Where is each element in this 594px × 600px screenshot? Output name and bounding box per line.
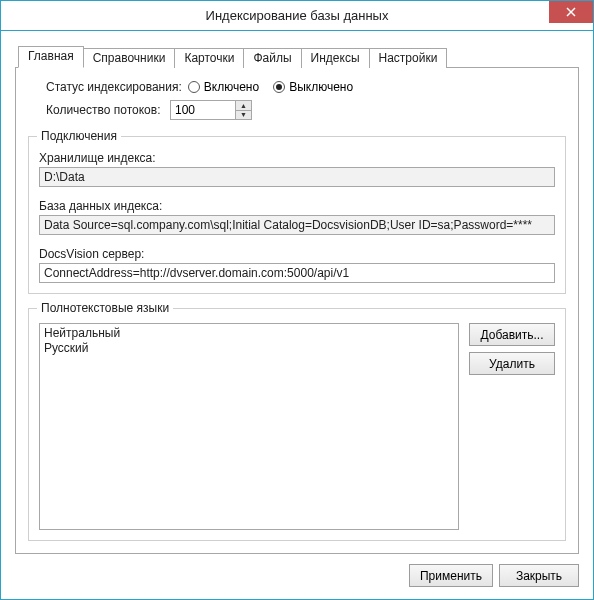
storage-input[interactable]	[39, 167, 555, 187]
storage-label: Хранилище индекса:	[39, 151, 555, 165]
radio-icon	[273, 81, 285, 93]
radio-enabled[interactable]: Включено	[188, 80, 259, 94]
list-item[interactable]: Нейтральный	[44, 326, 454, 341]
server-label: DocsVision сервер:	[39, 247, 555, 261]
tab-settings[interactable]: Настройки	[369, 48, 448, 68]
group-connections: Подключения Хранилище индекса: База данн…	[28, 136, 566, 294]
languages-listbox[interactable]: Нейтральный Русский	[39, 323, 459, 530]
radio-enabled-label: Включено	[204, 80, 259, 94]
titlebar: Индексирование базы данных	[1, 1, 593, 31]
server-input[interactable]	[39, 263, 555, 283]
spinner-buttons: ▲ ▼	[235, 101, 251, 119]
spinner-down[interactable]: ▼	[236, 111, 251, 120]
threads-spinner[interactable]: ▲ ▼	[170, 100, 252, 120]
tabstrip: Главная Справочники Карточки Файлы Индек…	[15, 45, 579, 67]
status-label: Статус индексирования:	[46, 80, 182, 94]
remove-language-button[interactable]: Удалить	[469, 352, 555, 375]
group-connections-legend: Подключения	[37, 129, 121, 143]
tab-panel-main: Статус индексирования: Включено Выключен…	[15, 67, 579, 554]
status-radio-group: Включено Выключено	[188, 80, 353, 94]
tab-references[interactable]: Справочники	[83, 48, 176, 68]
list-item[interactable]: Русский	[44, 341, 454, 356]
client-area: Главная Справочники Карточки Файлы Индек…	[1, 31, 593, 599]
window-title: Индексирование базы данных	[1, 8, 593, 23]
tab-cards[interactable]: Карточки	[174, 48, 244, 68]
tab-files[interactable]: Файлы	[243, 48, 301, 68]
dialog-window: Индексирование базы данных Главная Справ…	[0, 0, 594, 600]
radio-disabled[interactable]: Выключено	[273, 80, 353, 94]
db-label: База данных индекса:	[39, 199, 555, 213]
radio-icon	[188, 81, 200, 93]
tab-indexes[interactable]: Индексы	[301, 48, 370, 68]
close-icon	[566, 7, 576, 17]
threads-label: Количество потоков:	[46, 103, 164, 117]
tab-main[interactable]: Главная	[18, 46, 84, 68]
spinner-up[interactable]: ▲	[236, 101, 251, 111]
languages-buttons: Добавить... Удалить	[469, 323, 555, 530]
db-input[interactable]	[39, 215, 555, 235]
dialog-footer: Применить Закрыть	[15, 554, 579, 587]
close-button[interactable]	[549, 1, 593, 23]
close-dialog-button[interactable]: Закрыть	[499, 564, 579, 587]
group-languages: Полнотекстовые языки Нейтральный Русский…	[28, 308, 566, 541]
apply-button[interactable]: Применить	[409, 564, 493, 587]
radio-disabled-label: Выключено	[289, 80, 353, 94]
threads-input[interactable]	[171, 101, 235, 119]
group-languages-legend: Полнотекстовые языки	[37, 301, 173, 315]
add-language-button[interactable]: Добавить...	[469, 323, 555, 346]
